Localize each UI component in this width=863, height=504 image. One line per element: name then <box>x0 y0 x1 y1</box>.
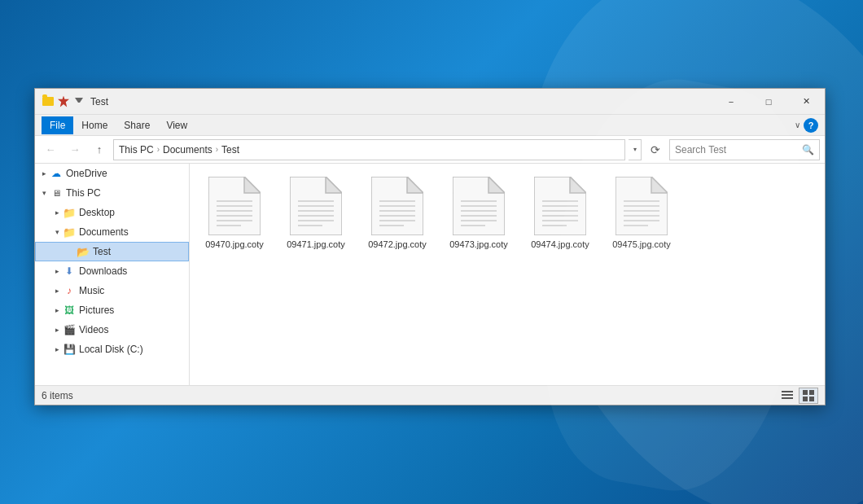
test-icon: 📂 <box>77 245 90 258</box>
file-explorer-window: Test − □ ✕ File Home Share View ∨ ? ← → … <box>34 88 826 405</box>
file-icon <box>371 177 423 235</box>
pictures-icon: 🖼 <box>63 304 76 317</box>
localdisk-arrow <box>51 344 63 355</box>
menu-tab-home[interactable]: Home <box>73 116 116 134</box>
maximize-button[interactable]: □ <box>750 89 787 115</box>
svg-marker-40 <box>615 177 668 235</box>
thispc-label: This PC <box>66 187 186 199</box>
videos-icon: 🎬 <box>63 323 76 336</box>
pictures-arrow <box>51 305 63 316</box>
file-item[interactable]: 09472.jpg.coty <box>361 172 434 255</box>
file-icon <box>208 177 261 235</box>
file-name: 09475.jpg.coty <box>612 239 671 250</box>
file-item[interactable]: 09475.jpg.coty <box>605 172 678 255</box>
svg-rect-51 <box>803 390 808 395</box>
title-bar: Test − □ ✕ <box>35 89 825 115</box>
sidebar-item-onedrive[interactable]: ☁ OneDrive <box>35 164 189 183</box>
svg-rect-53 <box>803 397 808 401</box>
svg-marker-17 <box>407 177 423 193</box>
menu-tab-share[interactable]: Share <box>116 116 158 134</box>
onedrive-label: OneDrive <box>66 168 186 179</box>
videos-label: Videos <box>79 324 186 335</box>
menu-tab-view[interactable]: View <box>158 116 195 134</box>
sidebar-item-downloads[interactable]: ⬇ Downloads <box>35 261 189 281</box>
file-name: 09470.jpg.coty <box>205 239 264 250</box>
svg-rect-49 <box>782 394 793 396</box>
test-label: Test <box>93 246 185 257</box>
file-name: 09474.jpg.coty <box>531 239 589 250</box>
dropdown-arrow[interactable] <box>72 95 85 108</box>
sidebar-item-thispc[interactable]: 🖥 This PC <box>35 183 189 203</box>
menu-bar-right: ∨ ? <box>795 118 818 133</box>
sidebar-item-desktop[interactable]: 📁 Desktop <box>35 203 189 222</box>
large-icons-view-button[interactable] <box>799 388 818 404</box>
up-button[interactable]: ↑ <box>89 139 110 160</box>
menu-bar: File Home Share View ∨ ? <box>35 115 825 136</box>
path-this-pc: This PC <box>119 144 154 156</box>
sidebar-item-localdisk[interactable]: 💾 Local Disk (C:) <box>35 340 189 359</box>
downloads-arrow <box>51 265 63 277</box>
file-item[interactable]: 09470.jpg.coty <box>198 172 271 255</box>
svg-marker-9 <box>326 177 342 193</box>
path-sep-2: › <box>216 145 218 154</box>
forward-button[interactable]: → <box>64 139 85 160</box>
sidebar-item-documents[interactable]: 📁 Documents <box>35 222 189 242</box>
status-item-count: 6 items <box>42 390 778 401</box>
file-item[interactable]: 09471.jpg.coty <box>279 172 353 255</box>
window-title: Test <box>90 96 712 107</box>
music-label: Music <box>79 285 186 296</box>
downloads-icon: ⬇ <box>63 265 76 278</box>
downloads-label: Downloads <box>79 265 186 277</box>
address-path[interactable]: This PC › Documents › Test <box>113 139 625 160</box>
file-name: 09473.jpg.coty <box>449 239 508 250</box>
svg-marker-25 <box>488 177 505 193</box>
svg-rect-50 <box>782 397 793 399</box>
thispc-icon: 🖥 <box>50 186 63 199</box>
file-icon <box>453 177 505 235</box>
file-name: 09472.jpg.coty <box>368 239 427 250</box>
file-name: 09471.jpg.coty <box>287 239 345 250</box>
minimize-button[interactable]: − <box>712 89 750 115</box>
details-view-button[interactable] <box>778 388 797 404</box>
svg-rect-54 <box>809 397 814 401</box>
back-button[interactable]: ← <box>40 139 61 160</box>
path-dropdown-button[interactable]: ▾ <box>629 139 642 160</box>
close-button[interactable]: ✕ <box>787 89 825 115</box>
search-input[interactable] <box>675 144 799 156</box>
svg-marker-41 <box>651 177 668 193</box>
sidebar-item-videos[interactable]: 🎬 Videos <box>35 320 189 340</box>
search-box: 🔍 <box>669 139 820 160</box>
documents-arrow <box>51 226 63 238</box>
documents-icon: 📁 <box>63 226 76 239</box>
path-test: Test <box>221 144 239 156</box>
file-item[interactable]: 09474.jpg.coty <box>523 172 597 255</box>
title-bar-icons <box>42 95 85 108</box>
folder-icon <box>42 95 55 108</box>
file-icon <box>534 177 586 235</box>
onedrive-icon: ☁ <box>50 167 63 180</box>
file-area: 09470.jpg.coty 09471.jpg.coty <box>190 164 825 385</box>
desktop-arrow <box>51 207 63 218</box>
refresh-button[interactable]: ⟳ <box>645 139 666 160</box>
file-icon <box>615 177 668 235</box>
sidebar-item-music[interactable]: ♪ Music <box>35 281 189 300</box>
documents-label: Documents <box>79 226 186 238</box>
sidebar: ☁ OneDrive 🖥 This PC 📁 Desktop 📁 Documen… <box>35 164 190 385</box>
svg-rect-52 <box>809 390 814 395</box>
desktop-label: Desktop <box>79 207 186 218</box>
search-icon[interactable]: 🔍 <box>802 144 814 156</box>
menu-tab-file[interactable]: File <box>42 116 73 134</box>
sidebar-item-pictures[interactable]: 🖼 Pictures <box>35 300 189 320</box>
localdisk-icon: 💾 <box>63 343 76 356</box>
file-item[interactable]: 09473.jpg.coty <box>442 172 515 255</box>
music-icon: ♪ <box>63 284 76 297</box>
main-area: ☁ OneDrive 🖥 This PC 📁 Desktop 📁 Documen… <box>35 164 825 385</box>
pictures-label: Pictures <box>79 305 186 316</box>
ribbon-chevron[interactable]: ∨ <box>795 121 800 129</box>
address-bar: ← → ↑ This PC › Documents › Test ▾ ⟳ 🔍 <box>35 136 825 164</box>
onedrive-arrow <box>38 168 50 179</box>
window-controls: − □ ✕ <box>712 89 825 115</box>
sidebar-item-test[interactable]: 📂 Test <box>35 242 189 261</box>
help-button[interactable]: ? <box>804 118 818 133</box>
thispc-arrow <box>38 187 50 199</box>
